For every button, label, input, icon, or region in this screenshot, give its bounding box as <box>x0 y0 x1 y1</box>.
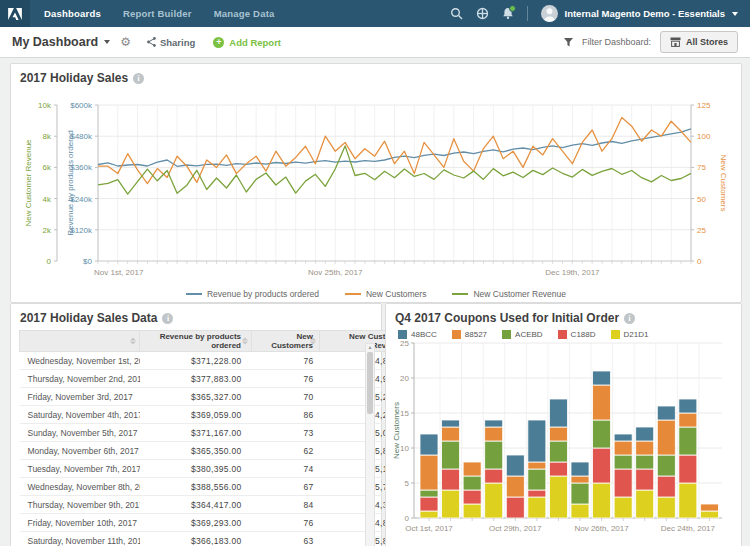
table-cell: $365,327.00 <box>140 388 252 406</box>
table-scrollbar[interactable]: ▲ ▼ <box>365 343 375 546</box>
legend-item[interactable]: New Customers <box>345 289 426 299</box>
notification-badge <box>509 5 516 12</box>
notifications-icon[interactable] <box>502 7 514 20</box>
bar-segment-D21D1 <box>657 497 675 518</box>
table-row: Wednesday, November 8th, 2017$388,556.00… <box>20 478 406 496</box>
legend-item[interactable]: C188D <box>558 330 596 339</box>
dashboard-title-dropdown[interactable]: My Dashboard <box>12 35 110 49</box>
holiday-sales-line-chart[interactable]: 0$002k$120k254k$240k506k$360k758k$480k10… <box>19 87 731 287</box>
nav-right: Internal Magento Demo - Essentials <box>450 5 750 22</box>
filter-dashboard-label: Filter Dashboard: <box>582 37 651 47</box>
x-axis-tick-label: Nov 26th, 2017 <box>574 524 629 533</box>
column-header-date[interactable] <box>20 331 140 352</box>
sort-icon <box>130 338 136 345</box>
bar-segment-88527 <box>593 385 611 420</box>
table-cell: 62 <box>252 442 320 460</box>
bar-segment-D21D1 <box>485 483 503 518</box>
table-row: Thursday, November 9th, 2017$364,417.008… <box>20 496 406 514</box>
bar-segment-C188D <box>679 455 697 483</box>
legend-item[interactable]: D21D1 <box>611 330 649 339</box>
legend-swatch <box>186 293 202 295</box>
bar-segment-88527 <box>528 462 546 469</box>
y-axis-label-new-customers: New Customers <box>719 155 728 212</box>
coupons-card: Q4 2017 Coupons Used for Initial Order 4… <box>385 303 742 546</box>
info-icon[interactable] <box>162 313 173 324</box>
column-header-new-customers[interactable]: New Customers <box>252 331 320 352</box>
nav-item-dashboards[interactable]: Dashboards <box>44 8 101 19</box>
nav-item-manage-data[interactable]: Manage Data <box>214 8 275 19</box>
table-cell: 67 <box>252 478 320 496</box>
account-menu[interactable]: Internal Magento Demo - Essentials <box>541 5 738 22</box>
primary-nav: Dashboards Report Builder Manage Data <box>44 8 275 19</box>
bar-segment-48BCC <box>420 434 438 455</box>
gear-icon[interactable] <box>120 36 131 48</box>
table-cell: $388,556.00 <box>140 478 252 496</box>
holiday-sales-data-card: 2017 Holiday Sales Data Revenue by produ… <box>10 303 382 546</box>
table-cell: Friday, November 3rd, 2017 <box>20 388 140 406</box>
info-icon[interactable] <box>133 73 144 84</box>
bar-segment-ACEBD <box>657 455 675 476</box>
bar-segment-C188D <box>528 490 546 497</box>
bar-segment-ACEBD <box>571 483 589 504</box>
bar-segment-88527 <box>506 476 524 497</box>
table-row: Friday, November 10th, 2017$369,293.0076… <box>20 514 406 532</box>
svg-text:4k: 4k <box>43 195 52 204</box>
bar-segment-88527 <box>614 441 632 455</box>
table-cell: 76 <box>252 514 320 532</box>
avatar <box>541 5 558 22</box>
table-cell: Friday, November 10th, 2017 <box>20 514 140 532</box>
bar-segment-C188D <box>442 469 460 490</box>
bar-segment-48BCC <box>679 399 697 413</box>
coupons-bar-chart[interactable]: 0510152025New CustomersOct 1st, 2017Oct … <box>390 339 735 544</box>
svg-text:50: 50 <box>697 195 706 204</box>
legend-item[interactable]: New Customer Revenue <box>452 289 566 299</box>
table-row: Monday, November 6th, 2017$365,350.00625… <box>20 442 406 460</box>
card-title-row: 2017 Holiday Sales <box>11 64 741 87</box>
holiday-sales-title: 2017 Holiday Sales <box>20 71 128 85</box>
info-icon[interactable] <box>624 313 635 324</box>
table-row: Saturday, November 11th, 2017$366,183.00… <box>20 532 406 546</box>
svg-text:0: 0 <box>405 514 410 523</box>
svg-text:10: 10 <box>400 444 409 453</box>
bar-segment-C188D <box>463 490 481 504</box>
table-cell: 73 <box>252 424 320 442</box>
legend-item[interactable]: Revenue by products ordered <box>186 289 319 299</box>
table-row: Wednesday, November 1st, 2017$371,228.00… <box>20 352 406 370</box>
legend-swatch <box>452 330 461 339</box>
bar-segment-D21D1 <box>571 504 589 518</box>
nav-item-report-builder[interactable]: Report Builder <box>123 8 192 19</box>
bar-segment-D21D1 <box>420 511 438 518</box>
sharing-button[interactable]: Sharing <box>147 37 195 48</box>
bar-segment-D21D1 <box>463 504 481 518</box>
bar-segment-D21D1 <box>700 511 718 518</box>
column-header-revenue[interactable]: Revenue by products ordered <box>140 331 252 352</box>
globe-icon[interactable] <box>476 7 489 20</box>
bar-segment-D21D1 <box>636 490 654 518</box>
scroll-up-icon[interactable]: ▲ <box>368 344 373 351</box>
bar-segment-D21D1 <box>442 490 460 518</box>
bar-segment-88527 <box>636 441 654 455</box>
legend-item[interactable]: 48BCC <box>398 330 437 339</box>
table-cell: $371,228.00 <box>140 352 252 370</box>
search-icon[interactable] <box>450 7 463 20</box>
bar-segment-88527 <box>463 462 481 476</box>
all-stores-button[interactable]: All Stores <box>660 31 738 53</box>
table-cell: Monday, November 6th, 2017 <box>20 442 140 460</box>
adobe-logo[interactable] <box>0 0 30 27</box>
legend-item[interactable]: ACEBD <box>502 330 543 339</box>
bar-chart-legend: 48BCC88527ACEBDC188DD21D1 <box>386 327 741 339</box>
scrollbar-thumb[interactable] <box>367 352 373 414</box>
table-row: Tuesday, November 7th, 2017$380,395.0074… <box>20 460 406 478</box>
legend-item[interactable]: 88527 <box>452 330 487 339</box>
bar-segment-C188D <box>485 469 503 483</box>
svg-text:20: 20 <box>400 374 409 383</box>
toolbar-right: Filter Dashboard: All Stores <box>564 31 738 53</box>
bar-segment-88527 <box>442 427 460 441</box>
table-cell: $377,883.00 <box>140 370 252 388</box>
add-report-button[interactable]: Add Report <box>213 37 281 48</box>
bar-segment-D21D1 <box>614 497 632 518</box>
svg-text:25: 25 <box>697 226 706 235</box>
bar-segment-C188D <box>549 462 567 476</box>
x-axis-tick-label: Oct 1st, 2017 <box>405 524 453 533</box>
table-row: Thursday, November 2nd, 2017$377,883.007… <box>20 370 406 388</box>
